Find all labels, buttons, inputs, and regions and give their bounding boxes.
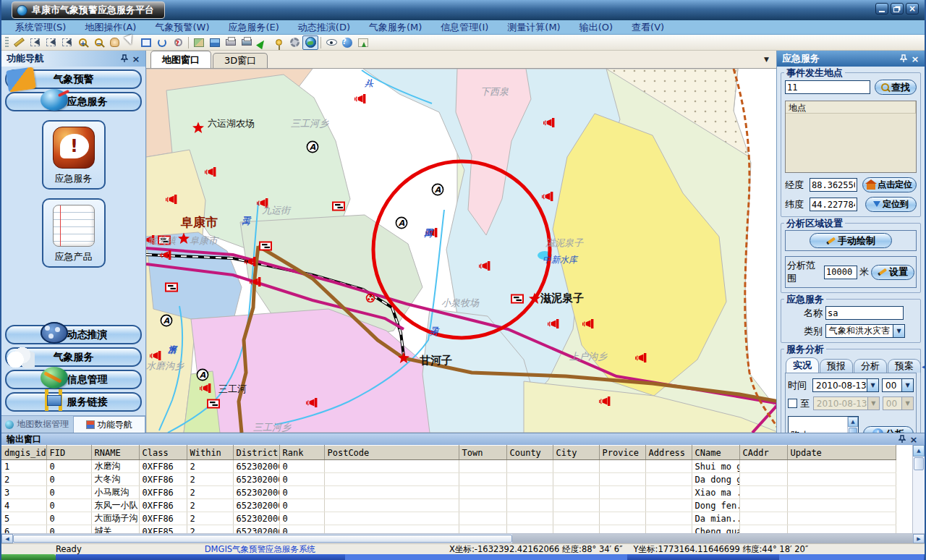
column-header[interactable]: Provice xyxy=(599,446,645,460)
export-image-button[interactable] xyxy=(207,35,223,50)
eye-button[interactable] xyxy=(323,35,339,50)
longitude-input[interactable] xyxy=(810,178,857,192)
tab-map-window[interactable]: 地图窗口 xyxy=(150,51,211,68)
select-free-button[interactable] xyxy=(59,35,75,50)
nav-button-info-management[interactable]: 信息管理 xyxy=(5,370,142,389)
column-header[interactable]: dmgis_id xyxy=(1,446,46,460)
location-search-input[interactable] xyxy=(785,80,870,94)
pan-button[interactable] xyxy=(106,35,122,50)
settings-button[interactable] xyxy=(286,35,302,50)
tab-analysis[interactable]: 分析 xyxy=(854,359,887,373)
close-button[interactable]: × xyxy=(906,3,919,14)
pointer-button[interactable] xyxy=(122,35,138,50)
column-header[interactable]: FID xyxy=(46,446,91,460)
column-header[interactable]: City xyxy=(553,446,599,460)
set-button[interactable]: 设置 xyxy=(871,265,914,280)
scrollbar-thumb[interactable] xyxy=(914,457,924,470)
range-input[interactable] xyxy=(824,266,857,279)
refresh-button[interactable] xyxy=(154,35,170,50)
tab-live[interactable]: 实况 xyxy=(786,357,819,373)
menu-item[interactable]: 应急服务(E) xyxy=(218,21,288,34)
tab-function-nav[interactable]: 功能导航 xyxy=(73,416,146,433)
scrollbar-thumb[interactable] xyxy=(849,428,857,433)
table-row[interactable]: 20大冬沟0XFF8626523020000Da dong gou xyxy=(1,473,896,486)
table-row[interactable]: 10水磨沟0XFF8626523020000Shui mo gou xyxy=(1,460,896,473)
to-checkbox[interactable] xyxy=(788,399,797,408)
tab-forecast[interactable]: 预报 xyxy=(820,359,853,373)
manual-draw-button[interactable]: 手动绘制 xyxy=(810,233,892,248)
locate-to-button[interactable]: 定位到 xyxy=(865,197,917,212)
pin-icon[interactable] xyxy=(119,54,130,64)
tabstrip-dropdown-icon[interactable]: ▼ xyxy=(764,56,769,63)
globe-button[interactable] xyxy=(302,35,318,50)
combo-arrow-icon[interactable]: ▼ xyxy=(893,325,904,337)
list-item[interactable]: 降水 xyxy=(789,430,847,433)
table-row[interactable]: 60城关0XFF8526523020000Cheng guan xyxy=(1,525,896,534)
analyze-button[interactable]: i 分析 xyxy=(863,426,914,433)
help-button[interactable] xyxy=(339,35,355,50)
restore-button[interactable] xyxy=(891,3,904,14)
listbox-scrollbar[interactable]: ▲ xyxy=(847,417,858,433)
measure-button[interactable] xyxy=(11,35,27,50)
panel-close-icon[interactable]: × xyxy=(909,54,921,64)
column-header[interactable]: District xyxy=(233,446,279,460)
tab-plan[interactable]: 预案 xyxy=(888,359,921,373)
table-row[interactable]: 50大面场子沟0XFF8626523020000Da mian... xyxy=(1,512,896,525)
zoom-out-button[interactable] xyxy=(90,35,106,50)
scroll-right-icon[interactable]: ▶ xyxy=(913,534,925,543)
combo-arrow-icon[interactable]: ▼ xyxy=(867,379,878,391)
table-row[interactable]: 40东风一小队0XFF8626523020000Dong fen... xyxy=(1,499,896,512)
menu-item[interactable]: 系统管理(S) xyxy=(6,21,75,34)
scrollbar-thumb[interactable] xyxy=(13,535,512,543)
combo-arrow-icon[interactable]: ▼ xyxy=(901,379,913,391)
full-extent-button[interactable] xyxy=(138,35,154,50)
find-button[interactable]: 查找 xyxy=(875,80,917,95)
emergency-product-button[interactable]: 应急产品 xyxy=(42,198,106,268)
location-list[interactable]: 地点 xyxy=(785,101,917,173)
nav-button-emergency-service[interactable]: 应急服务 xyxy=(5,92,142,111)
menu-item[interactable]: 气象服务(M) xyxy=(360,21,431,34)
nav-button-service-links[interactable]: 服务链接 xyxy=(5,392,142,412)
table-vertical-scrollbar[interactable]: ▲ xyxy=(912,445,925,533)
nav-button-dynamic-deduction[interactable]: 动态推演 xyxy=(5,325,142,344)
table-row[interactable]: 30小马厩沟0XFF8626523020000Xiao ma ... xyxy=(1,486,896,499)
menu-item[interactable]: 信息管理(I) xyxy=(431,21,498,34)
scroll-left-icon[interactable]: ◀ xyxy=(1,534,13,543)
map-svg[interactable]: A xyxy=(146,69,776,433)
tab-map-data-management[interactable]: 地图数据管理 xyxy=(1,416,73,433)
table-horizontal-scrollbar[interactable]: ◀ ▶ xyxy=(1,533,925,543)
layers-button[interactable] xyxy=(191,35,207,50)
pin-icon[interactable] xyxy=(896,434,908,445)
hour-combobox[interactable]: 00 ▼ xyxy=(882,378,914,392)
pin-icon[interactable] xyxy=(898,54,909,64)
column-header[interactable]: CName xyxy=(692,446,739,460)
date-combobox[interactable]: 2010-08-13 ▼ xyxy=(812,378,879,392)
zoom-in-button[interactable] xyxy=(75,35,90,50)
hour-to-combobox[interactable]: 00 ▼ xyxy=(883,396,914,410)
column-header[interactable]: CAddr xyxy=(739,446,787,460)
column-header[interactable]: Rank xyxy=(279,446,324,460)
column-header[interactable]: County xyxy=(506,446,553,460)
column-header[interactable]: RNAME xyxy=(91,446,139,460)
panel-close-icon[interactable]: × xyxy=(130,54,142,64)
menu-item[interactable]: 动态推演(D) xyxy=(289,21,360,34)
menu-item[interactable]: 地图操作(A) xyxy=(75,21,145,34)
menu-item[interactable]: 气象预警(W) xyxy=(145,21,218,34)
minimize-button[interactable] xyxy=(875,3,888,14)
menu-item[interactable]: 查看(V) xyxy=(622,21,674,34)
location-list-header[interactable]: 地点 xyxy=(786,101,916,114)
select-polygon-button[interactable] xyxy=(43,35,59,50)
select-feature-button[interactable] xyxy=(255,35,271,50)
print-button[interactable] xyxy=(223,35,239,50)
type-combobox[interactable]: 气象和洪水灾害 ▼ xyxy=(825,324,905,338)
column-header[interactable]: Town xyxy=(459,446,506,460)
column-header[interactable]: Within xyxy=(187,446,233,460)
select-button[interactable] xyxy=(27,35,43,50)
click-locate-button[interactable]: 点击定位 xyxy=(862,177,917,192)
scroll-up-icon[interactable]: ▲ xyxy=(913,445,925,457)
identify-button[interactable] xyxy=(170,35,186,50)
tab-scroll-left-icon[interactable]: ◀ xyxy=(922,362,925,370)
column-header[interactable]: Update xyxy=(787,446,896,460)
tab-3d-window[interactable]: 3D窗口 xyxy=(213,53,268,68)
map-canvas[interactable]: A xyxy=(146,69,776,433)
